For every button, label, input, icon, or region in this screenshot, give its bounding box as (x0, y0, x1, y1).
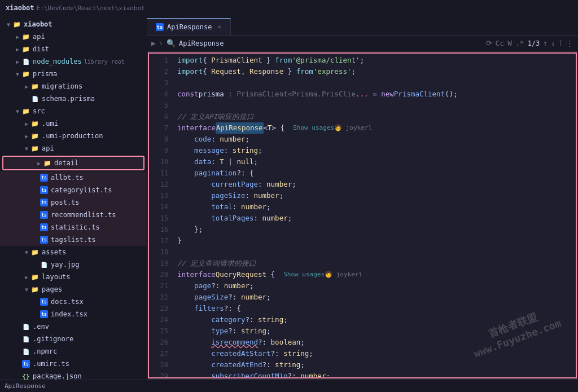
sidebar-item-assets[interactable]: ▼📁assets (0, 246, 147, 258)
sidebar-item-allbt.ts[interactable]: tsallbt.ts (0, 171, 147, 184)
next-match-icon[interactable]: ↓ (551, 39, 555, 47)
code-line-18 (177, 246, 576, 258)
code-editor[interactable]: 1234567891011121314151617181920212223242… (148, 52, 577, 378)
sidebar-item-src[interactable]: ▼📁src (0, 105, 147, 117)
sidebar-item-.umi[interactable]: ▶📁.umi (0, 117, 147, 130)
icon-package.json: {} (21, 372, 30, 380)
arrow-assets[interactable]: ▼ (23, 248, 30, 256)
sidebar-item-docs.tsx[interactable]: tsdocs.tsx (0, 296, 147, 308)
line-number-12: 12 (149, 179, 168, 190)
highlight-group: ▶📁detail (2, 156, 144, 170)
tree-label-detail: detail (54, 159, 78, 167)
arrow-node_modules[interactable]: ▶ (14, 58, 21, 65)
line-number-7: 7 (149, 122, 168, 134)
line-number-10: 10 (149, 156, 168, 168)
code-line-3 (177, 77, 576, 89)
line-number-20: 20 (149, 269, 168, 280)
arrow-xiaobot[interactable]: ▼ (5, 20, 12, 28)
line-number-26: 26 (149, 337, 168, 348)
sidebar-item-xiaobot[interactable]: ▼📁xiaobot (0, 18, 147, 30)
icon-allbt.ts: ts (40, 173, 49, 182)
tree-label-prisma: prisma (33, 70, 57, 78)
sidebar-item-recommendlist.ts[interactable]: tsrecommendlist.ts (0, 209, 147, 221)
sidebar-item-layouts[interactable]: ▶📁layouts (0, 271, 147, 283)
run-icon[interactable]: ▶ (151, 39, 156, 47)
icon-layouts: 📁 (30, 272, 40, 281)
tree-label-statistic.ts: statistic.ts (51, 223, 100, 231)
arrow-migrations[interactable]: ▶ (23, 82, 30, 90)
line-number-21: 21 (149, 280, 168, 292)
line-number-24: 24 (149, 314, 168, 325)
sidebar-item-categorylist.ts[interactable]: tscategorylist.ts (0, 184, 147, 196)
icon-dist: 📁 (21, 45, 30, 54)
line-number-1: 1 (149, 55, 168, 66)
icon-schema.prisma: 📄 (30, 94, 40, 103)
editor-inner: 1234567891011121314151617181920212223242… (147, 51, 578, 380)
tree-label-layouts: layouts (42, 273, 71, 281)
sidebar-item-node_modules[interactable]: ▶📄node_moduleslibrary root (0, 55, 147, 68)
arrow-dist[interactable]: ▶ (14, 45, 21, 53)
sidebar-item-pages[interactable]: ▼📁pages (0, 283, 147, 296)
project-path: E:\DevCode\React\next\xiaobot (37, 5, 145, 12)
sidebar-item-schema.prisma[interactable]: 📄schema.prisma (0, 93, 147, 105)
editor-tabs: ts ApiResponse ✕ (147, 16, 578, 36)
arrow-api-folder[interactable]: ▼ (23, 144, 30, 152)
search-icon[interactable]: 🔍 (167, 39, 176, 47)
icon-src: 📁 (21, 107, 30, 116)
icon-prisma: 📁 (21, 69, 30, 78)
app-name: xiaobot (6, 4, 34, 12)
code-line-16: }; (177, 224, 576, 235)
filter-icon[interactable]: ⊺ (559, 39, 563, 47)
sidebar-item-detail[interactable]: ▶📁detail (3, 157, 143, 169)
sidebar-item-.umi-production[interactable]: ▶📁.umi-production (0, 130, 147, 142)
sidebar-item-api[interactable]: ▶📁api (0, 30, 147, 43)
sidebar-item-.gitignore[interactable]: 📄.gitignore (0, 333, 147, 345)
arrow-.umi[interactable]: ▶ (23, 120, 30, 127)
arrow-pages[interactable]: ▼ (23, 285, 30, 293)
icon-node_modules: 📄 (21, 57, 30, 66)
icon-.umirc.ts: ts (21, 359, 30, 368)
sidebar-item-.npmrc[interactable]: 📄.npmrc (0, 345, 147, 358)
sidebar-item-tagslist.ts[interactable]: tstagslist.ts (0, 234, 147, 246)
sidebar-item-index.tsx[interactable]: tsindex.tsx (0, 308, 147, 320)
status-bar: ApiResponse (0, 380, 578, 392)
code-content[interactable]: import { PrismaClient } from '@prisma/cl… (173, 54, 576, 377)
sidebar-item-package.json[interactable]: {}package.json (0, 370, 147, 380)
sidebar-item-yay.jpg[interactable]: 📄yay.jpg (0, 258, 147, 271)
tab-apiresponse[interactable]: ts ApiResponse ✕ (147, 18, 231, 35)
code-line-15: totalPages: number; (177, 213, 576, 224)
arrow-api[interactable]: ▶ (14, 33, 21, 41)
code-line-7: interface ApiResponse<T> { Show usages 🧑… (177, 122, 576, 134)
prev-match-icon[interactable]: ↑ (543, 39, 548, 47)
arrow-src[interactable]: ▼ (14, 107, 21, 115)
line-number-3: 3 (149, 77, 168, 89)
sidebar-item-.umirc.ts[interactable]: ts.umirc.ts (0, 358, 147, 370)
line-number-16: 16 (149, 224, 168, 235)
title-bar: xiaobot E:\DevCode\React\next\xiaobot (0, 0, 578, 16)
sidebar-item-statistic.ts[interactable]: tsstatistic.ts (0, 221, 147, 234)
close-icon[interactable]: ✕ (217, 23, 221, 30)
refresh-icon[interactable]: ⟳ (486, 39, 492, 47)
sidebar-item-migrations[interactable]: ▶📁migrations (0, 80, 147, 93)
tree-label-api: api (33, 33, 45, 41)
case-icon[interactable]: Cc (496, 39, 505, 47)
icon-docs.tsx: ts (40, 297, 49, 306)
sidebar-item-.env[interactable]: 📄.env (0, 320, 147, 333)
code-line-1: import { PrismaClient } from '@prisma/cl… (177, 55, 576, 66)
arrow-.umi-production[interactable]: ▶ (23, 132, 30, 140)
more-icon[interactable]: ⋮ (566, 39, 573, 47)
arrow-layouts[interactable]: ▶ (23, 273, 30, 281)
sidebar-item-api-folder[interactable]: ▼📁api (0, 142, 147, 155)
tree-label-.umi: .umi (42, 120, 58, 127)
tree-label-package.json: package.json (33, 372, 82, 380)
sidebar-item-post.ts[interactable]: tspost.ts (0, 196, 147, 209)
sidebar-item-dist[interactable]: ▶📁dist (0, 43, 147, 55)
arrow-detail[interactable]: ▶ (35, 159, 43, 167)
sidebar-item-prisma[interactable]: ▼📁prisma (0, 68, 147, 80)
tree-label-allbt.ts: allbt.ts (51, 174, 84, 182)
arrow-prisma[interactable]: ▼ (14, 70, 21, 78)
word-icon[interactable]: W (507, 39, 512, 47)
tree-label-.umi-production: .umi-production (42, 132, 103, 140)
line-number-15: 15 (149, 213, 168, 224)
regex-icon[interactable]: .* (515, 39, 524, 47)
